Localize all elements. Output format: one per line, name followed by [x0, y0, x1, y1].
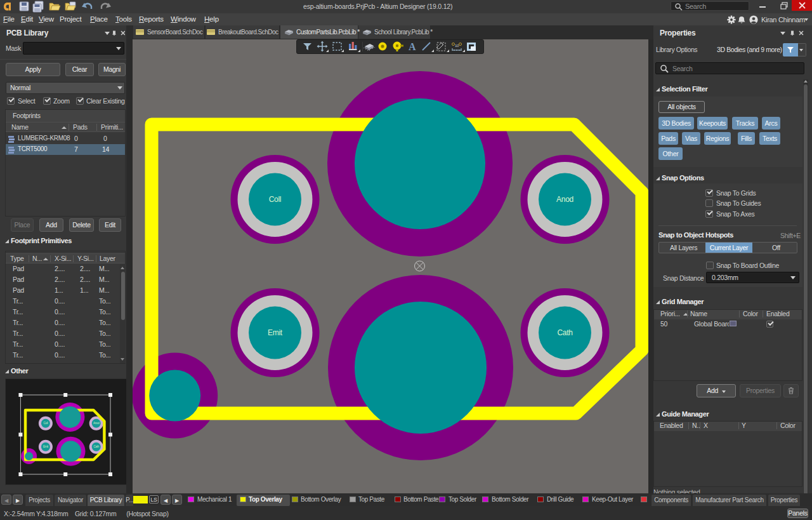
- svg-text:Cath: Cath: [94, 445, 100, 448]
- svg-text:Anod: Anod: [93, 422, 100, 425]
- svg-text:Emit: Emit: [43, 445, 49, 448]
- svg-text:Emit: Emit: [268, 328, 283, 337]
- svg-text:Anod: Anod: [556, 195, 573, 204]
- svg-text:10: 10: [455, 44, 459, 48]
- svg-text:A: A: [409, 41, 416, 52]
- svg-text:Coll: Coll: [44, 422, 48, 425]
- svg-text:Coll: Coll: [269, 195, 281, 204]
- svg-text:Cath: Cath: [557, 328, 572, 337]
